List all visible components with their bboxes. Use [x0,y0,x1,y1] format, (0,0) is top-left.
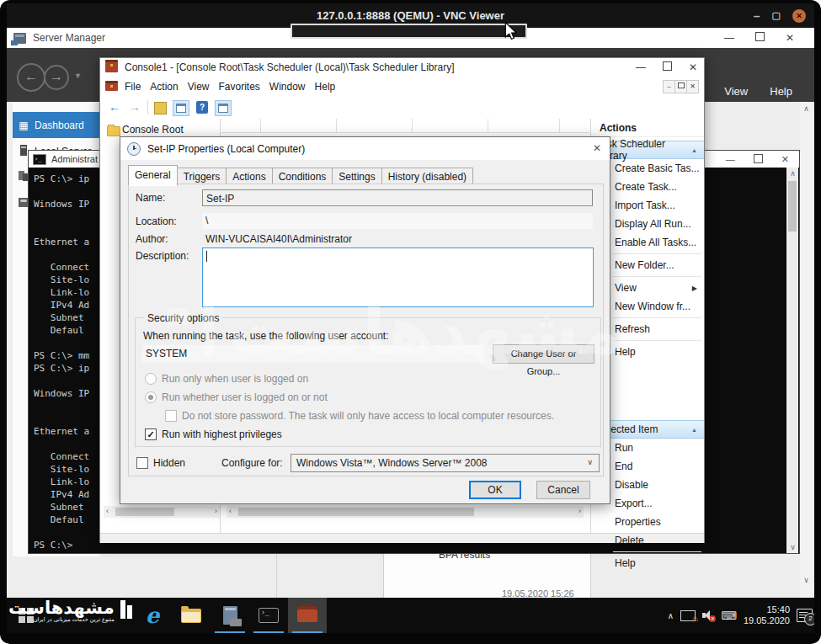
dropdown-value: Windows Vista™, Windows Server™ 2008 [296,457,488,469]
notification-center-icon[interactable]: 2 [797,609,813,622]
action-delete[interactable]: Delete [591,531,704,550]
sidebar-item-dashboard[interactable]: ▦ Dashboard [13,112,99,138]
vnc-viewer-window: 127.0.0.1:8888 (QEMU) - VNC Viewer – ▢ ✕… [0,0,821,644]
screen: 127.0.0.1:8888 (QEMU) - VNC Viewer – ▢ ✕… [0,0,821,644]
scroll-up-icon[interactable]: ∧ [786,169,799,178]
ps-close-button[interactable]: ✕ [781,154,789,165]
mmc-title: Console1 - [Console Root\Task Scheduler … [125,61,455,73]
checkbox-no-password-label: Do not store password. The task will onl… [182,410,554,422]
sm-minimize-button[interactable]: — [717,32,742,44]
toolbar-back-icon[interactable]: ← [109,100,120,114]
toolbar-properties-icon[interactable] [173,100,189,116]
radio-logged-on[interactable] [145,373,157,385]
list-column-header[interactable] [221,119,589,133]
forward-button[interactable]: → [44,65,69,90]
mdi-window-controls: – ✕ [663,80,699,93]
toolbar-forward-icon[interactable]: → [129,100,141,114]
vnc-toolbar-tab[interactable] [291,24,527,39]
taskbar-powershell-button[interactable]: ›_ [249,598,288,633]
menu-file[interactable]: File [125,81,141,93]
mdi-minimize-button[interactable]: – [664,81,674,93]
scroll-up-icon[interactable]: ∧ [800,104,813,113]
description-textarea[interactable] [202,247,594,307]
taskbar-mmc-button[interactable] [288,598,327,633]
scroll-right-icon[interactable]: › [578,507,581,515]
taskbar-explorer-button[interactable] [172,598,211,633]
ps-minimize-button[interactable]: — [726,154,735,164]
tray-clock[interactable]: 15:40 19.05.2020 [744,604,790,626]
scroll-left-icon[interactable]: ‹ [106,507,109,515]
scroll-right-icon[interactable]: › [215,507,217,515]
radio-any-user-label: Run whether user is logged on or not [162,391,328,403]
nav-dropdown-icon[interactable]: ▼ [74,72,82,80]
mmc-maximize-button[interactable] [663,61,672,73]
location-label: Location: [136,216,177,227]
mdi-restore-button[interactable] [674,81,686,93]
tree-item-console-root[interactable]: Console Root [122,124,184,136]
dialog-titlebar[interactable]: Set-IP Properties (Local Computer) ✕ [120,137,610,160]
toolbar-help-icon[interactable]: ? [196,101,208,114]
action-help-selected[interactable]: Help [591,554,704,572]
sm-menu-view[interactable]: View [724,85,748,98]
sm-menu-help[interactable]: Help [770,85,792,98]
vnc-restore-button[interactable]: ▢ [772,10,781,21]
scroll-thumb[interactable] [788,181,797,232]
change-user-button[interactable]: Change User or Group... [493,344,594,364]
sm-close-button[interactable]: ✕ [777,32,802,44]
radio-any-user[interactable] [145,391,157,403]
mmc-close-button[interactable]: ✕ [689,61,697,73]
server-manager-icon [223,606,237,625]
back-button[interactable]: ← [17,63,45,92]
sm-maximize-button[interactable] [747,32,772,44]
checkbox-highest-privileges[interactable]: ✓ [145,428,157,440]
action-properties[interactable]: Properties [591,513,704,531]
scroll-left-icon[interactable]: ‹ [229,507,232,515]
sm-scrollbar[interactable]: ∧ ∨ [800,102,813,598]
tree-hscrollbar[interactable]: ‹ › [104,506,220,518]
chevron-down-icon: ∨ [587,458,593,466]
collapse-icon[interactable]: ▲ [691,147,697,153]
sidebar-item-label: Dashboard [35,120,84,131]
ps-scrollbar[interactable]: ∧ ∨ [786,168,798,553]
menu-help[interactable]: Help [315,81,336,93]
menu-window[interactable]: Window [269,81,306,93]
tab-general[interactable]: General [128,165,178,186]
mmc-minimize-button[interactable]: — [636,61,646,73]
mmc-titlebar[interactable]: Console1 - [Console Root\Task Scheduler … [100,58,704,77]
vnc-minimize-button[interactable]: – [754,9,760,23]
ps-maximize-button[interactable] [754,154,763,165]
network-icon[interactable]: ⚠ [680,610,696,621]
vnc-close-button[interactable]: ✕ [792,9,806,23]
location-value: \ [202,213,593,229]
separator [613,253,701,254]
volume-muted-icon[interactable]: ✕ [702,610,714,620]
name-input[interactable]: Set-IP [202,189,593,206]
collapse-icon[interactable]: ▲ [691,427,697,433]
menu-action[interactable]: Action [150,81,178,93]
mouse-cursor [504,22,519,45]
dialog-close-button[interactable]: ✕ [584,137,610,159]
menu-view[interactable]: View [188,81,210,93]
keyboard-icon[interactable]: ⌨ [721,609,737,622]
checkbox-no-password[interactable] [165,410,177,422]
watermark-logo-bars [119,600,132,622]
scroll-thumb[interactable] [115,508,174,516]
cmd-icon: ›_ [33,154,46,165]
scroll-down-icon[interactable]: ∨ [800,576,813,584]
hidden-label: Hidden [153,457,185,469]
list-hscrollbar[interactable]: ‹ › [227,506,584,518]
scroll-thumb[interactable] [238,508,474,516]
scroll-down-icon[interactable]: ∨ [786,543,799,551]
ok-button[interactable]: OK [469,481,521,499]
separator [613,317,701,318]
tray-time: 15:40 [744,604,790,615]
toolbar-export-icon[interactable] [154,102,167,114]
mdi-close-button[interactable]: ✕ [686,81,698,93]
toolbar-pane-icon[interactable] [215,100,232,116]
tray-expand-icon[interactable]: ∧ [668,611,674,620]
cancel-button[interactable]: Cancel [536,481,590,499]
configure-for-dropdown[interactable]: Windows Vista™, Windows Server™ 2008 ∨ [291,454,600,472]
menu-favorites[interactable]: Favorites [219,81,260,93]
checkbox-hidden[interactable] [136,457,148,469]
taskbar-server-manager-button[interactable] [211,598,249,633]
